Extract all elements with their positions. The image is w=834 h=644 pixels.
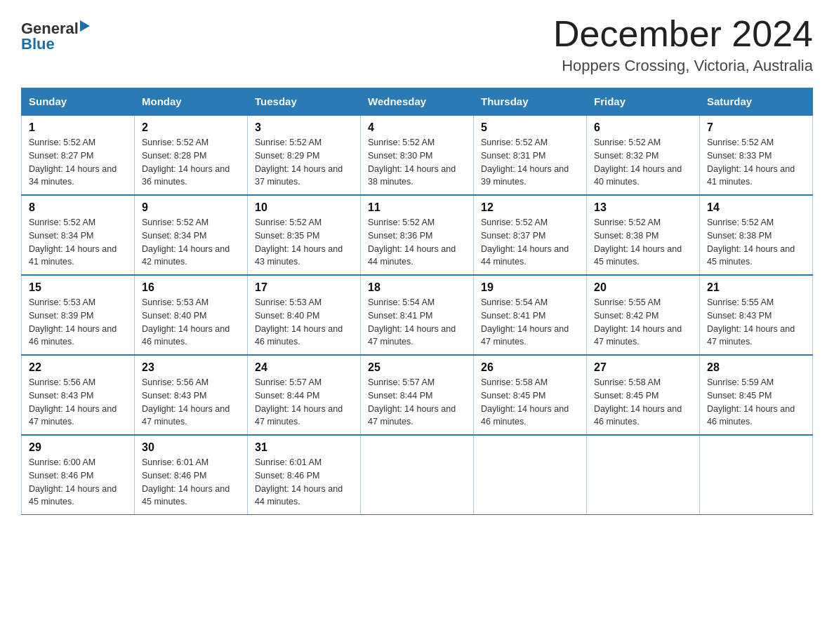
- day-info: Sunrise: 5:52 AMSunset: 8:32 PMDaylight:…: [594, 137, 682, 187]
- day-info: Sunrise: 6:00 AMSunset: 8:46 PMDaylight:…: [29, 457, 117, 507]
- title-area: December 2024 Hoppers Crossing, Victoria…: [553, 14, 813, 75]
- day-number: 17: [255, 281, 353, 294]
- calendar-cell: 31 Sunrise: 6:01 AMSunset: 8:46 PMDaylig…: [248, 435, 361, 515]
- day-info: Sunrise: 5:53 AMSunset: 8:40 PMDaylight:…: [142, 297, 230, 347]
- day-number: 13: [594, 201, 692, 214]
- calendar-week-row: 29 Sunrise: 6:00 AMSunset: 8:46 PMDaylig…: [22, 435, 813, 515]
- calendar-cell: 26 Sunrise: 5:58 AMSunset: 8:45 PMDaylig…: [474, 355, 587, 435]
- day-info: Sunrise: 5:59 AMSunset: 8:45 PMDaylight:…: [707, 377, 795, 427]
- day-info: Sunrise: 5:56 AMSunset: 8:43 PMDaylight:…: [142, 377, 230, 427]
- day-info: Sunrise: 5:52 AMSunset: 8:38 PMDaylight:…: [594, 217, 682, 267]
- calendar-cell: 5 Sunrise: 5:52 AMSunset: 8:31 PMDayligh…: [474, 115, 587, 195]
- calendar-cell: 21 Sunrise: 5:55 AMSunset: 8:43 PMDaylig…: [700, 275, 813, 355]
- day-number: 31: [255, 441, 353, 454]
- day-number: 27: [594, 361, 692, 374]
- day-number: 10: [255, 201, 353, 214]
- calendar-cell: [700, 435, 813, 515]
- day-number: 28: [707, 361, 805, 374]
- day-number: 29: [29, 441, 127, 454]
- day-info: Sunrise: 5:52 AMSunset: 8:33 PMDaylight:…: [707, 137, 795, 187]
- day-number: 30: [142, 441, 240, 454]
- day-number: 19: [481, 281, 579, 294]
- calendar-cell: 22 Sunrise: 5:56 AMSunset: 8:43 PMDaylig…: [22, 355, 135, 435]
- day-info: Sunrise: 5:52 AMSunset: 8:27 PMDaylight:…: [29, 137, 117, 187]
- calendar-cell: 11 Sunrise: 5:52 AMSunset: 8:36 PMDaylig…: [361, 195, 474, 275]
- day-number: 7: [707, 121, 805, 134]
- logo-blue-text: Blue: [21, 36, 55, 52]
- calendar-header-row: SundayMondayTuesdayWednesdayThursdayFrid…: [22, 88, 813, 116]
- day-number: 9: [142, 201, 240, 214]
- day-number: 24: [255, 361, 353, 374]
- calendar-header-friday: Friday: [587, 88, 700, 116]
- day-number: 21: [707, 281, 805, 294]
- day-info: Sunrise: 5:55 AMSunset: 8:43 PMDaylight:…: [707, 297, 795, 347]
- day-number: 14: [707, 201, 805, 214]
- day-number: 18: [368, 281, 466, 294]
- day-info: Sunrise: 5:53 AMSunset: 8:39 PMDaylight:…: [29, 297, 117, 347]
- day-info: Sunrise: 5:52 AMSunset: 8:34 PMDaylight:…: [29, 217, 117, 267]
- calendar-cell: 8 Sunrise: 5:52 AMSunset: 8:34 PMDayligh…: [22, 195, 135, 275]
- calendar-cell: 29 Sunrise: 6:00 AMSunset: 8:46 PMDaylig…: [22, 435, 135, 515]
- calendar-cell: 25 Sunrise: 5:57 AMSunset: 8:44 PMDaylig…: [361, 355, 474, 435]
- calendar-cell: 30 Sunrise: 6:01 AMSunset: 8:46 PMDaylig…: [135, 435, 248, 515]
- day-number: 16: [142, 281, 240, 294]
- calendar-cell: 7 Sunrise: 5:52 AMSunset: 8:33 PMDayligh…: [700, 115, 813, 195]
- month-title: December 2024: [553, 14, 813, 54]
- logo-general-text: General: [21, 21, 79, 36]
- calendar-cell: 16 Sunrise: 5:53 AMSunset: 8:40 PMDaylig…: [135, 275, 248, 355]
- calendar-cell: 13 Sunrise: 5:52 AMSunset: 8:38 PMDaylig…: [587, 195, 700, 275]
- day-number: 23: [142, 361, 240, 374]
- calendar-header-monday: Monday: [135, 88, 248, 116]
- calendar-cell: [587, 435, 700, 515]
- calendar-cell: [361, 435, 474, 515]
- location-title: Hoppers Crossing, Victoria, Australia: [553, 57, 813, 75]
- day-info: Sunrise: 5:52 AMSunset: 8:31 PMDaylight:…: [481, 137, 569, 187]
- calendar-cell: 19 Sunrise: 5:54 AMSunset: 8:41 PMDaylig…: [474, 275, 587, 355]
- day-info: Sunrise: 6:01 AMSunset: 8:46 PMDaylight:…: [255, 457, 343, 507]
- calendar-cell: 10 Sunrise: 5:52 AMSunset: 8:35 PMDaylig…: [248, 195, 361, 275]
- calendar-header-thursday: Thursday: [474, 88, 587, 116]
- day-number: 22: [29, 361, 127, 374]
- calendar-cell: 3 Sunrise: 5:52 AMSunset: 8:29 PMDayligh…: [248, 115, 361, 195]
- calendar-cell: 12 Sunrise: 5:52 AMSunset: 8:37 PMDaylig…: [474, 195, 587, 275]
- calendar-cell: 27 Sunrise: 5:58 AMSunset: 8:45 PMDaylig…: [587, 355, 700, 435]
- day-info: Sunrise: 5:52 AMSunset: 8:36 PMDaylight:…: [368, 217, 456, 267]
- logo-arrow-icon: [80, 20, 90, 32]
- calendar-header-tuesday: Tuesday: [248, 88, 361, 116]
- day-info: Sunrise: 5:52 AMSunset: 8:34 PMDaylight:…: [142, 217, 230, 267]
- calendar-header-saturday: Saturday: [700, 88, 813, 116]
- calendar-cell: 4 Sunrise: 5:52 AMSunset: 8:30 PMDayligh…: [361, 115, 474, 195]
- day-info: Sunrise: 5:55 AMSunset: 8:42 PMDaylight:…: [594, 297, 682, 347]
- page-header: General Blue December 2024 Hoppers Cross…: [21, 14, 813, 75]
- day-number: 1: [29, 121, 127, 134]
- day-number: 2: [142, 121, 240, 134]
- day-info: Sunrise: 5:58 AMSunset: 8:45 PMDaylight:…: [481, 377, 569, 427]
- day-number: 11: [368, 201, 466, 214]
- day-info: Sunrise: 5:58 AMSunset: 8:45 PMDaylight:…: [594, 377, 682, 427]
- calendar-week-row: 8 Sunrise: 5:52 AMSunset: 8:34 PMDayligh…: [22, 195, 813, 275]
- calendar-cell: 1 Sunrise: 5:52 AMSunset: 8:27 PMDayligh…: [22, 115, 135, 195]
- calendar-table: SundayMondayTuesdayWednesdayThursdayFrid…: [21, 88, 813, 515]
- calendar-week-row: 22 Sunrise: 5:56 AMSunset: 8:43 PMDaylig…: [22, 355, 813, 435]
- day-number: 4: [368, 121, 466, 134]
- calendar-cell: 23 Sunrise: 5:56 AMSunset: 8:43 PMDaylig…: [135, 355, 248, 435]
- day-info: Sunrise: 5:52 AMSunset: 8:30 PMDaylight:…: [368, 137, 456, 187]
- calendar-cell: 15 Sunrise: 5:53 AMSunset: 8:39 PMDaylig…: [22, 275, 135, 355]
- day-number: 3: [255, 121, 353, 134]
- calendar-cell: 14 Sunrise: 5:52 AMSunset: 8:38 PMDaylig…: [700, 195, 813, 275]
- day-number: 20: [594, 281, 692, 294]
- calendar-cell: 18 Sunrise: 5:54 AMSunset: 8:41 PMDaylig…: [361, 275, 474, 355]
- day-info: Sunrise: 5:57 AMSunset: 8:44 PMDaylight:…: [255, 377, 343, 427]
- day-number: 6: [594, 121, 692, 134]
- day-info: Sunrise: 5:56 AMSunset: 8:43 PMDaylight:…: [29, 377, 117, 427]
- day-number: 5: [481, 121, 579, 134]
- calendar-week-row: 15 Sunrise: 5:53 AMSunset: 8:39 PMDaylig…: [22, 275, 813, 355]
- day-number: 8: [29, 201, 127, 214]
- calendar-cell: 24 Sunrise: 5:57 AMSunset: 8:44 PMDaylig…: [248, 355, 361, 435]
- day-info: Sunrise: 6:01 AMSunset: 8:46 PMDaylight:…: [142, 457, 230, 507]
- day-info: Sunrise: 5:52 AMSunset: 8:28 PMDaylight:…: [142, 137, 230, 187]
- day-info: Sunrise: 5:52 AMSunset: 8:35 PMDaylight:…: [255, 217, 343, 267]
- calendar-cell: 20 Sunrise: 5:55 AMSunset: 8:42 PMDaylig…: [587, 275, 700, 355]
- calendar-cell: 2 Sunrise: 5:52 AMSunset: 8:28 PMDayligh…: [135, 115, 248, 195]
- calendar-header-sunday: Sunday: [22, 88, 135, 116]
